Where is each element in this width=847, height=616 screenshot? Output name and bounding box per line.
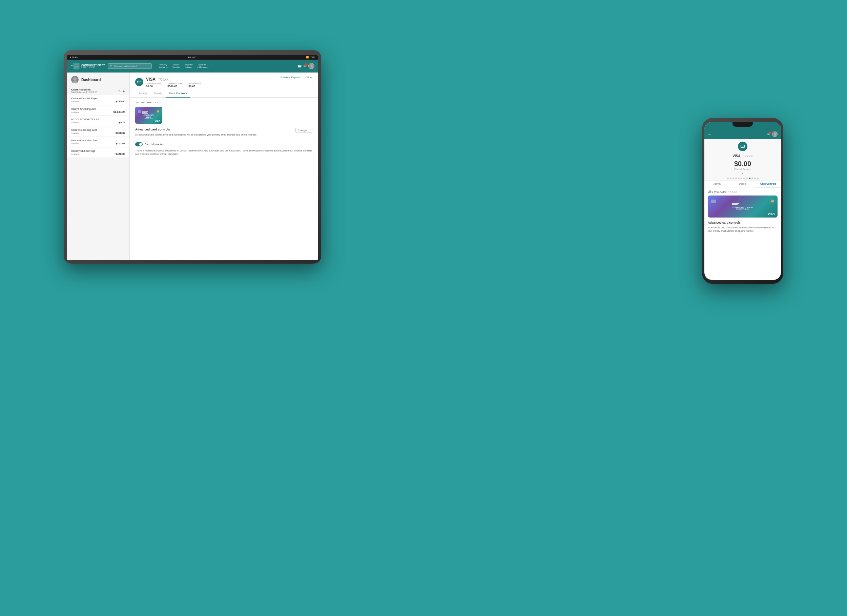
search-bar[interactable]: 🔍 What are you looking for? bbox=[108, 64, 152, 69]
available-label: Available bbox=[71, 111, 79, 113]
account-balance: $1,644.24 bbox=[113, 111, 125, 114]
main-panel: VISA *XXXX Current Balance $0.00 Availab… bbox=[130, 72, 318, 260]
svg-rect-9 bbox=[137, 81, 141, 83]
lock-description: This is a reversible process. Misplaced … bbox=[135, 149, 312, 156]
phone-tab-details[interactable]: Details bbox=[730, 181, 755, 188]
minimum-due-value: $0.00 bbox=[188, 85, 201, 88]
available-credit-value: $500.00 bbox=[167, 85, 182, 88]
tab-card-controls[interactable]: Card Controls bbox=[166, 90, 190, 97]
tablet-screen: 8:19 AM Fri Jul 2 📶 75% ≈ Community Firs… bbox=[67, 55, 318, 260]
svg-rect-13 bbox=[741, 145, 744, 148]
card-lock-toggle[interactable] bbox=[135, 142, 143, 146]
card-logo: Community First Credit Union bbox=[142, 111, 155, 120]
svg-point-8 bbox=[72, 81, 78, 83]
visa-icon bbox=[135, 78, 143, 86]
cash-accounts-title: Cash Accounts bbox=[71, 88, 97, 91]
account-balance: $450.00 bbox=[115, 152, 125, 155]
nav-apply-mortgage[interactable]: Apply fora Mortgage bbox=[195, 63, 210, 69]
phone-card-chip bbox=[711, 199, 716, 203]
battery-level: 75% bbox=[310, 56, 315, 59]
phone-card-name: Jill's Visa Card *XXXX bbox=[708, 190, 778, 194]
notification-badge: 3 bbox=[305, 64, 307, 66]
logo-area: ≈ Community First Credit Union bbox=[71, 62, 105, 70]
dot bbox=[732, 177, 734, 179]
svg-point-6 bbox=[310, 68, 314, 69]
current-balance-value: $0.00 bbox=[146, 85, 161, 88]
phone-visa-last4: *XXXX bbox=[743, 155, 753, 158]
phone-tab-activity[interactable]: Activity bbox=[704, 181, 730, 188]
collapse-icon[interactable]: ▲ bbox=[122, 89, 125, 93]
community-first-logo-icon: ≈ bbox=[71, 62, 80, 70]
card-controls-content: JILL MEMBER *XXXX 📶 Community F bbox=[130, 97, 318, 260]
search-icon: 🔍 bbox=[110, 65, 113, 68]
account-item[interactable]: ACCOUNT FOR TAX SA... Available $5.77 bbox=[67, 116, 130, 126]
account-item[interactable]: Holiday Club Savings Available $450.00 bbox=[67, 148, 130, 158]
dollar-icon: $ bbox=[280, 76, 282, 78]
advanced-controls-title: Advanced card controls bbox=[135, 128, 312, 131]
toggle-label: Card is Unlocked bbox=[145, 143, 164, 146]
dot bbox=[743, 177, 745, 179]
available-label: Available bbox=[71, 143, 79, 145]
phone-visa-balance: $0.00 bbox=[704, 160, 781, 168]
search-placeholder: What are you looking for? bbox=[114, 65, 137, 67]
make-payment-button[interactable]: $ Make a Payment bbox=[280, 76, 301, 78]
account-name: ACCOUNT FOR TAX SA... bbox=[71, 118, 125, 121]
edit-icon[interactable]: ✎ bbox=[118, 89, 121, 93]
nav-more[interactable]: ... bbox=[210, 63, 216, 69]
back-button[interactable]: ← bbox=[708, 132, 712, 137]
phone-header-icons: ✉ 3 bbox=[767, 131, 778, 137]
more-button[interactable]: ⋮ More bbox=[304, 76, 312, 78]
nav-apply-loan[interactable]: Apply fora Loan bbox=[183, 63, 195, 69]
total-balances: Total Balances $13,573.50 bbox=[71, 91, 97, 93]
unregister-button[interactable]: Unregist... bbox=[295, 128, 312, 133]
member-name: JILL MEMBER bbox=[135, 101, 152, 104]
dot bbox=[738, 177, 739, 179]
member-row: JILL MEMBER *XXXX bbox=[135, 101, 312, 104]
advanced-controls-desc: All advanced card control alerts and not… bbox=[135, 133, 312, 137]
dot bbox=[735, 177, 737, 179]
phone-visa-section: VISA *XXXX $0.00 Current Balance ▾ bbox=[704, 139, 781, 181]
phone-button[interactable]: ☎ bbox=[298, 64, 301, 68]
account-item[interactable]: Haley's Checking Acct Available $1,644.2… bbox=[67, 105, 130, 116]
account-balance: $308.02 bbox=[115, 131, 125, 134]
wifi-icon: 📶 bbox=[306, 56, 309, 59]
dot-active bbox=[749, 177, 750, 179]
account-item[interactable]: Kari and Dan Bill Payer... Available $23… bbox=[67, 95, 130, 105]
nav-view-accounts[interactable]: View myAccounts bbox=[157, 63, 170, 69]
account-item[interactable]: Kelsey's checking acct Available $308.02 bbox=[67, 126, 130, 137]
account-name: Dan and Kari Main Sav... bbox=[71, 139, 125, 142]
svg-rect-2 bbox=[74, 63, 79, 69]
phone-visa-icon bbox=[738, 142, 747, 151]
chevron-down-icon: ▾ bbox=[704, 172, 781, 175]
tablet-date: Fri Jul 2 bbox=[188, 56, 196, 59]
phone-visa-card-label: VISA bbox=[768, 212, 775, 216]
dot bbox=[754, 177, 756, 179]
contactless-icon: 📶 bbox=[156, 110, 159, 113]
account-name: Kelsey's checking acct bbox=[71, 129, 125, 131]
available-label: Available bbox=[71, 100, 79, 103]
account-item[interactable]: Dan and Kari Main Sav... Available $151.… bbox=[67, 137, 130, 148]
account-name: Kari and Dan Bill Payer... bbox=[71, 97, 125, 100]
sidebar-dashboard-title: Dashboard bbox=[81, 78, 100, 82]
svg-text:≈: ≈ bbox=[71, 64, 72, 67]
tab-details[interactable]: Details bbox=[151, 90, 165, 97]
account-name: Haley's Checking Acct bbox=[71, 108, 125, 111]
phone-tab-card-controls[interactable]: Card Controls bbox=[756, 181, 781, 188]
phone-user-avatar[interactable] bbox=[772, 131, 778, 137]
phone-advanced-controls-desc: All advanced card control alerts and not… bbox=[708, 226, 778, 233]
visa-title: VISA bbox=[146, 77, 155, 82]
phone-mail-button[interactable]: ✉ 3 bbox=[767, 133, 770, 136]
phone-credit-card-image: 📶 Community First Credit Union VISA bbox=[708, 195, 778, 217]
account-balance: $235.40 bbox=[115, 100, 125, 103]
nav-make-transfer[interactable]: Make aTransfer bbox=[170, 63, 182, 69]
card-brand-text: Community First bbox=[142, 114, 155, 118]
phone-notification-badge: 3 bbox=[769, 131, 771, 134]
credit-card-image: 📶 Community First Credit Union VISA bbox=[135, 107, 162, 124]
dot bbox=[730, 177, 732, 179]
user-avatar[interactable] bbox=[308, 63, 314, 69]
mail-button[interactable]: ✉ 3 bbox=[304, 64, 306, 68]
logo-subtext: Credit Union bbox=[81, 66, 105, 68]
card-brand-sub: Credit Union bbox=[142, 118, 155, 120]
svg-point-11 bbox=[774, 133, 776, 135]
tab-activity[interactable]: Activity bbox=[135, 90, 151, 97]
